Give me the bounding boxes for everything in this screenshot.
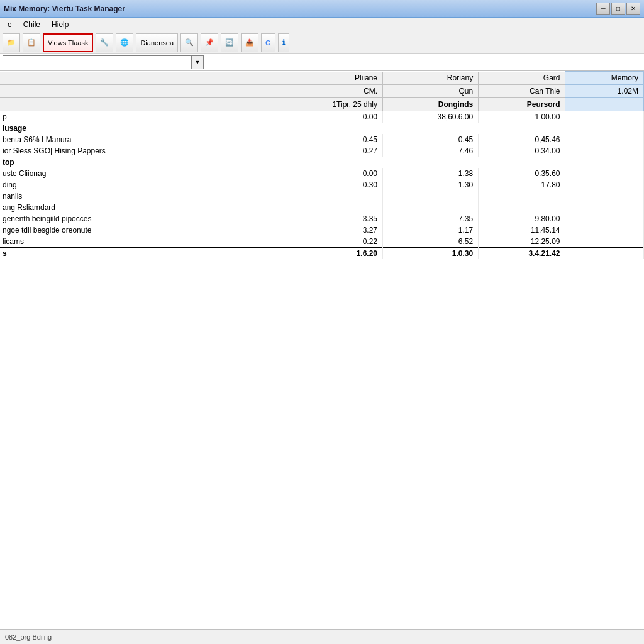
row-plane: 3.27	[296, 225, 382, 236]
row-romania: 0.45	[383, 134, 479, 145]
table-body: p 0.00 38,60.6.00 1 00.00 lusage benta S…	[0, 111, 644, 260]
row-name: ding	[0, 179, 296, 191]
refresh-icon: 🔄	[225, 38, 234, 47]
refresh-btn[interactable]: 🔄	[221, 33, 238, 52]
tools-icon: 🔧	[100, 38, 109, 47]
row-gard: 1 00.00	[479, 111, 565, 123]
subheader-plane-1: CM.	[296, 85, 382, 98]
row-plane	[296, 191, 382, 202]
row-name: genenth beingiild pipocces	[0, 213, 296, 225]
row-memory	[565, 191, 644, 202]
row-gard: 0,45.46	[479, 134, 565, 145]
section-label: top	[0, 157, 644, 168]
row-memory	[565, 179, 644, 191]
window-controls: ─ □ ✕	[596, 3, 640, 15]
table-row: s 1.6.20 1.0.30 3.4.21.42	[0, 248, 644, 260]
row-gard	[479, 202, 565, 213]
table-row: ding 0.30 1.30 17.80	[0, 179, 644, 191]
table-row: genenth beingiild pipocces 3.35 7.35 9.8…	[0, 213, 644, 225]
google-btn[interactable]: G	[261, 33, 275, 52]
row-plane: 0.00	[296, 168, 382, 179]
row-gard: 0.34.00	[479, 145, 565, 157]
table-row: licams 0.22 6.52 12.25.09	[0, 236, 644, 248]
row-plane: 1.6.20	[296, 248, 382, 260]
clipboard-btn[interactable]: 📋	[23, 33, 40, 52]
subheader-gard-2: Peursord	[479, 98, 565, 111]
table-row: naniis	[0, 191, 644, 202]
table-row: ngoe tdil besgide oreonute 3.27 1.17 11,…	[0, 225, 644, 236]
section-label: lusage	[0, 123, 644, 134]
row-romania: 38,60.6.00	[383, 111, 479, 123]
status-text: 082_org Bdiing	[5, 633, 52, 641]
clipboard-icon: 📋	[27, 38, 36, 47]
google-icon: G	[265, 39, 271, 47]
subheader-name-empty	[0, 85, 296, 98]
dianensea-btn[interactable]: Dianensea	[136, 33, 178, 52]
row-name: s	[0, 248, 296, 260]
filter-input[interactable]	[3, 55, 191, 69]
subheader-gard-1: Can Thie	[479, 85, 565, 98]
row-memory	[565, 248, 644, 260]
row-romania: 1.38	[383, 168, 479, 179]
title-bar: Mix Memory: Viertu Task Manager ─ □ ✕	[0, 0, 644, 18]
table-row: lusage	[0, 123, 644, 134]
table-row: ang Rsliamdard	[0, 202, 644, 213]
menu-item-e[interactable]: e	[3, 19, 17, 30]
folder-icon-btn[interactable]: 📁	[3, 33, 20, 52]
filter-row: ▼	[0, 54, 644, 71]
minimize-button[interactable]: ─	[596, 3, 610, 15]
row-gard: 0.35.60	[479, 168, 565, 179]
table-row: top	[0, 157, 644, 168]
table-row: ior Sless SGO| Hising Pappers 0.27 7.46 …	[0, 145, 644, 157]
folder-icon: 📁	[7, 38, 16, 47]
row-memory	[565, 236, 644, 248]
row-romania: 6.52	[383, 236, 479, 248]
row-memory	[565, 111, 644, 123]
info-btn[interactable]: ℹ	[278, 33, 289, 52]
row-memory	[565, 202, 644, 213]
row-name: p	[0, 111, 296, 123]
row-name: ang Rsliamdard	[0, 202, 296, 213]
col-header-gard: Gard	[479, 72, 565, 85]
menu-item-hielp[interactable]: Hielp	[47, 19, 74, 30]
globe-btn[interactable]: 🌐	[116, 33, 133, 52]
search-icon: 🔍	[185, 38, 194, 47]
row-gard: 17.80	[479, 179, 565, 191]
row-gard	[479, 191, 565, 202]
globe-icon: 🌐	[120, 38, 129, 47]
info-icon: ℹ	[282, 38, 285, 47]
menu-bar: e Chile Hielp	[0, 18, 644, 31]
row-gard: 12.25.09	[479, 236, 565, 248]
row-name: naniis	[0, 191, 296, 202]
row-gard: 11,45.14	[479, 225, 565, 236]
table-header-row-1: Pliiane Roriany Gard Memory	[0, 72, 644, 85]
views-task-btn[interactable]: Views Tlaask	[43, 33, 93, 52]
subheader-romania-1: Qun	[383, 85, 479, 98]
table-row: p 0.00 38,60.6.00 1 00.00	[0, 111, 644, 123]
row-romania	[383, 191, 479, 202]
row-name: ngoe tdil besgide oreonute	[0, 225, 296, 236]
filter-dropdown[interactable]: ▼	[191, 55, 204, 69]
pin-btn[interactable]: 📌	[201, 33, 218, 52]
row-memory	[565, 168, 644, 179]
menu-item-chile[interactable]: Chile	[18, 19, 45, 30]
row-plane: 0.00	[296, 111, 382, 123]
row-plane	[296, 202, 382, 213]
subheader-romania-2: Donginds	[383, 98, 479, 111]
col-header-plane: Pliiane	[296, 72, 382, 85]
table-row: uste Cliionag 0.00 1.38 0.35.60	[0, 168, 644, 179]
subheader-name-empty2	[0, 98, 296, 111]
search-btn[interactable]: 🔍	[180, 33, 198, 52]
tools-btn[interactable]: 🔧	[96, 33, 113, 52]
maximize-button[interactable]: □	[611, 3, 625, 15]
subheader-plane-2: 1Tipr. 25 dhly	[296, 98, 382, 111]
table-row: benta S6% I Manura 0.45 0.45 0,45.46	[0, 134, 644, 145]
row-romania: 1.0.30	[383, 248, 479, 260]
views-task-label: Views Tlaask	[48, 39, 88, 47]
row-name: benta S6% I Manura	[0, 134, 296, 145]
row-plane: 3.35	[296, 213, 382, 225]
subheader-memory-2	[565, 98, 644, 111]
row-romania: 1.17	[383, 225, 479, 236]
close-button[interactable]: ✕	[626, 3, 640, 15]
export-btn[interactable]: 📤	[241, 33, 258, 52]
